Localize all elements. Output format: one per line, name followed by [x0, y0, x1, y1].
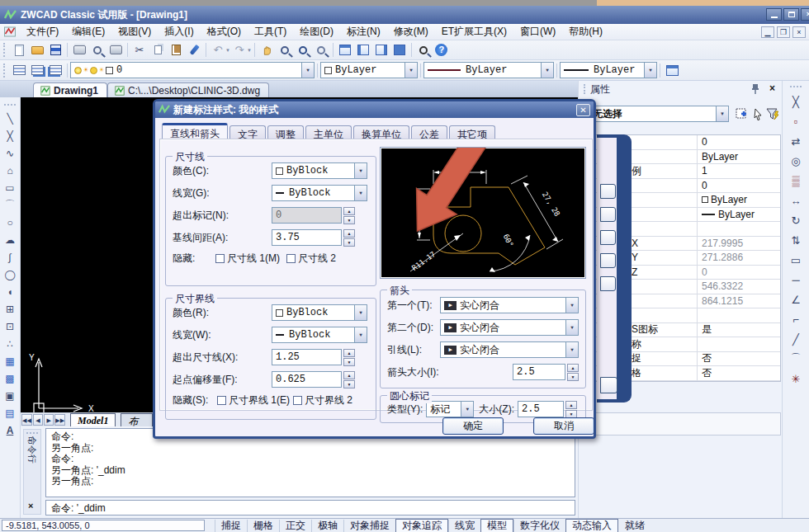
- redo-dropdown-icon[interactable]: ▼: [247, 48, 252, 53]
- calculator-icon[interactable]: [663, 62, 681, 78]
- dialog-title-bar[interactable]: 新建标注样式: 我的样式 ✕: [155, 101, 594, 118]
- tab-model[interactable]: Model1: [70, 413, 116, 426]
- scale-icon[interactable]: ⇅: [787, 230, 805, 250]
- last-tab-arrow[interactable]: ▶▶: [54, 414, 65, 426]
- redo-icon[interactable]: ↷: [230, 42, 248, 59]
- menu-dimension[interactable]: 标注(N): [340, 23, 387, 40]
- array-icon[interactable]: ▒: [787, 171, 805, 191]
- baseline-spacing-spinner[interactable]: 3.75▲▼: [272, 229, 355, 246]
- command-input[interactable]: 命令: '_ddim: [45, 500, 575, 516]
- print-preview-icon[interactable]: [88, 42, 106, 59]
- region-icon[interactable]: ▣: [2, 387, 19, 404]
- cancel-button[interactable]: 取消: [533, 417, 594, 435]
- copy-object-icon[interactable]: ▫: [787, 111, 805, 131]
- properties-palette-icon[interactable]: [336, 42, 354, 59]
- toggle-model[interactable]: 模型: [480, 519, 513, 532]
- stretch-icon[interactable]: ▭: [787, 250, 805, 270]
- center-mark-type-combobox[interactable]: 标记▼: [426, 401, 474, 417]
- leader-arrowhead-combobox[interactable]: ▶实心闭合▼: [440, 341, 579, 358]
- quick-calc-icon[interactable]: [390, 42, 409, 59]
- toggle-osnap[interactable]: 对象捕捉: [343, 520, 395, 532]
- mdi-minimize-button[interactable]: ▁: [761, 26, 774, 38]
- toggle-otrack[interactable]: 对象追踪: [395, 519, 448, 532]
- command-panel-handle[interactable]: 命令行 ×: [23, 429, 41, 515]
- undo-icon[interactable]: ↶: [209, 42, 227, 59]
- layer-states-icon[interactable]: [28, 62, 46, 78]
- color-combobox[interactable]: ByLayer ▼: [320, 62, 418, 78]
- layer-manager-icon[interactable]: [10, 62, 28, 78]
- spline-icon[interactable]: ∫: [2, 248, 19, 266]
- pan-icon[interactable]: [258, 42, 276, 59]
- minimize-button[interactable]: [766, 8, 782, 21]
- select-objects-icon[interactable]: [750, 106, 765, 122]
- line-icon[interactable]: ╲: [2, 110, 19, 127]
- hatch-icon[interactable]: ▦: [2, 352, 19, 370]
- move-icon[interactable]: ↔: [787, 191, 805, 210]
- extline-color-combobox[interactable]: ByBlock▼: [272, 304, 367, 321]
- tab-layout[interactable]: 布局: [121, 413, 153, 426]
- ellipse-arc-icon[interactable]: ◖: [2, 283, 19, 300]
- center-mark-size-spinner[interactable]: 2.5▲▼: [518, 401, 577, 417]
- menu-express-tools[interactable]: ET扩展工具(X): [435, 23, 513, 40]
- publish-icon[interactable]: [106, 42, 125, 59]
- rotate-icon[interactable]: ↻: [787, 210, 805, 230]
- erase-icon[interactable]: ╳: [787, 92, 805, 111]
- trim-icon[interactable]: ─: [787, 270, 805, 290]
- explode-icon[interactable]: ✳: [787, 369, 805, 388]
- toggle-grid[interactable]: 栅格: [247, 520, 279, 532]
- mirror-icon[interactable]: ⇄: [787, 131, 805, 151]
- prev-tab-arrow[interactable]: ◀: [33, 414, 43, 426]
- mtext-icon[interactable]: A: [2, 421, 19, 439]
- zoom-window-icon[interactable]: [294, 42, 312, 59]
- extline-lineweight-combobox[interactable]: ByBlock▼: [272, 327, 367, 343]
- toggle-pickadd-icon[interactable]: [765, 106, 780, 122]
- polyline-icon[interactable]: ∿: [2, 144, 19, 162]
- menu-file[interactable]: 文件(F): [20, 23, 65, 40]
- layer-combobox[interactable]: ☀ ☀ 0 ▼: [70, 62, 315, 78]
- mdi-close-button[interactable]: ×: [792, 26, 806, 38]
- fillet-icon[interactable]: ⌒: [787, 349, 805, 369]
- first-arrowhead-combobox[interactable]: ▶实心闭合▼: [440, 297, 579, 313]
- open-file-icon[interactable]: [28, 42, 46, 59]
- new-file-icon[interactable]: [10, 42, 28, 59]
- construction-line-icon[interactable]: ╳: [2, 127, 19, 144]
- table-icon[interactable]: ▤: [2, 404, 19, 421]
- offset-icon[interactable]: ◎: [787, 151, 805, 171]
- extend-beyond-ticks-spinner[interactable]: 0▲▼: [272, 207, 355, 224]
- sheet-set-icon[interactable]: [372, 42, 390, 59]
- arrow-size-spinner[interactable]: 2.5▲▼: [513, 364, 579, 380]
- dimline-color-combobox[interactable]: ByBlock▼: [272, 162, 367, 179]
- help-icon[interactable]: ?: [433, 42, 451, 59]
- menu-insert[interactable]: 插入(I): [158, 23, 200, 40]
- toggle-snap[interactable]: 捕捉: [215, 520, 247, 532]
- suppress-dimline2-checkbox[interactable]: [286, 254, 296, 263]
- paste-icon[interactable]: [167, 42, 185, 59]
- lineweight-combobox[interactable]: ByLayer ▼: [560, 62, 657, 78]
- menu-window[interactable]: 窗口(W): [513, 23, 562, 40]
- circle-icon[interactable]: ○: [2, 214, 19, 231]
- layer-previous-icon[interactable]: [46, 62, 64, 78]
- suppress-extline2-checkbox[interactable]: [293, 396, 302, 405]
- find-icon[interactable]: [414, 42, 433, 59]
- toggle-ortho[interactable]: 正交: [279, 520, 311, 532]
- polygon-icon[interactable]: ⌂: [2, 162, 19, 179]
- properties-close-icon[interactable]: ×: [769, 82, 775, 94]
- save-icon[interactable]: [46, 42, 64, 59]
- suppress-extline1-checkbox[interactable]: [217, 396, 226, 405]
- gradient-icon[interactable]: ▩: [2, 370, 19, 387]
- extend-icon[interactable]: ∠: [787, 290, 805, 309]
- suppress-dimline1-checkbox[interactable]: [215, 254, 225, 263]
- second-arrowhead-combobox[interactable]: ▶实心闭合▼: [440, 319, 579, 336]
- close-button[interactable]: ×: [801, 8, 809, 21]
- toggle-lineweight[interactable]: 线宽: [448, 520, 480, 532]
- make-block-icon[interactable]: ⊡: [2, 318, 19, 335]
- chevron-down-icon[interactable]: ▼: [644, 63, 656, 78]
- zoom-realtime-icon[interactable]: [276, 42, 294, 59]
- dialog-close-icon[interactable]: ✕: [576, 104, 590, 116]
- toggle-polar[interactable]: 极轴: [311, 520, 343, 532]
- dimline-lineweight-combobox[interactable]: ByBlock▼: [272, 185, 367, 201]
- linetype-combobox[interactable]: ByLayer ▼: [423, 62, 554, 78]
- toggle-dynamic-input[interactable]: 动态输入: [565, 519, 618, 532]
- command-close-icon[interactable]: ×: [28, 501, 33, 511]
- selection-combobox[interactable]: 无选择 ▼: [589, 106, 729, 122]
